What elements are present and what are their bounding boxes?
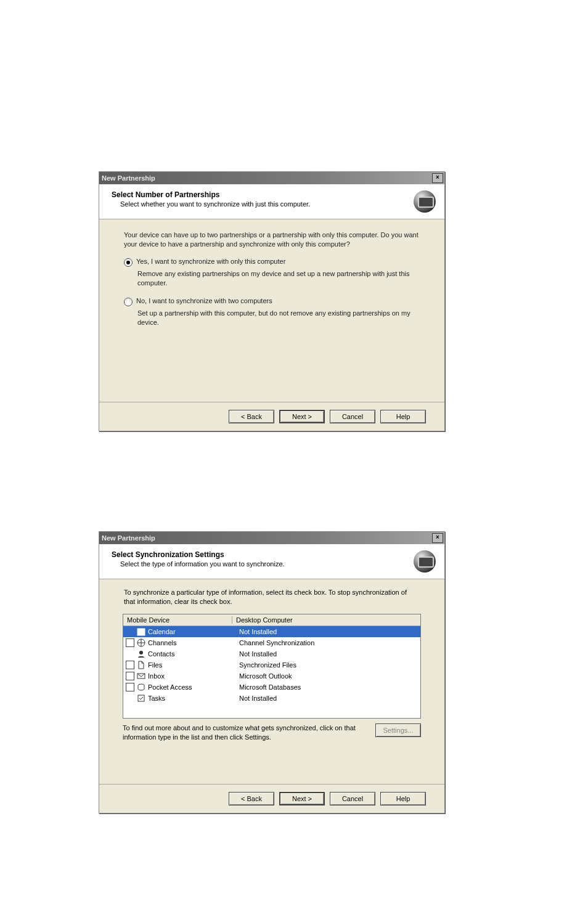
option-sync-two[interactable]: No, I want to synchronize with two compu…: [124, 297, 420, 306]
checkbox[interactable]: [126, 638, 134, 647]
dialog-body: Your device can have up to two partnersh…: [99, 219, 444, 343]
partnership-number-dialog: New Partnership × Select Number of Partn…: [99, 171, 445, 431]
files-icon: [137, 661, 145, 669]
titlebar: New Partnership ×: [99, 172, 444, 184]
pocket-access-icon: [137, 683, 145, 691]
option-sync-one-label: Yes, I want to synchronize with only thi…: [136, 258, 285, 265]
cancel-button[interactable]: Cancel: [330, 410, 375, 423]
close-icon[interactable]: ×: [432, 173, 443, 183]
button-bar: < Back Next > Cancel Help: [99, 784, 444, 805]
window-title: New Partnership: [102, 534, 432, 542]
item-desktop: Synchronized Files: [237, 661, 420, 669]
list-item[interactable]: TasksNot Installed: [123, 693, 420, 704]
item-name: Contacts: [148, 650, 237, 658]
item-desktop: Microsoft Databases: [237, 683, 420, 691]
activesync-icon: [414, 550, 436, 573]
item-desktop: Not Installed: [237, 650, 420, 658]
item-desktop: Not Installed: [237, 628, 420, 635]
contacts-icon: [137, 650, 145, 658]
item-desktop: Microsoft Outlook: [237, 672, 420, 680]
list-item[interactable]: CalendarNot Installed: [123, 626, 420, 637]
option-sync-two-desc: Set up a partnership with this computer,…: [137, 309, 420, 327]
radio-icon: [124, 298, 133, 306]
activesync-icon: [414, 190, 436, 213]
next-button[interactable]: Next >: [279, 792, 325, 805]
list-item[interactable]: Pocket AccessMicrosoft Databases: [123, 682, 420, 693]
button-bar: < Back Next > Cancel Help: [99, 402, 444, 423]
item-name: Channels: [148, 639, 237, 646]
option-sync-one-desc: Remove any existing partnerships on my d…: [137, 269, 420, 288]
col-desktop-computer[interactable]: Desktop Computer: [232, 616, 420, 624]
item-name: Files: [148, 661, 237, 669]
svg-rect-6: [138, 695, 144, 701]
cancel-button[interactable]: Cancel: [330, 792, 375, 805]
item-name: Inbox: [148, 672, 237, 680]
titlebar: New Partnership ×: [99, 532, 444, 544]
instruction-text: To synchronize a particular type of info…: [99, 579, 444, 611]
back-button[interactable]: < Back: [229, 792, 274, 805]
intro-text: Your device can have up to two partnersh…: [124, 230, 420, 249]
list-item[interactable]: ContactsNot Installed: [123, 648, 420, 659]
list-footer: To find out more about and to customize …: [123, 724, 421, 742]
tasks-icon: [137, 694, 145, 703]
checkbox[interactable]: [126, 661, 134, 669]
radio-icon: [124, 258, 133, 267]
next-button[interactable]: Next >: [279, 410, 325, 423]
close-icon[interactable]: ×: [432, 533, 443, 543]
footer-text: To find out more about and to customize …: [123, 724, 369, 742]
list-header: Mobile Device Desktop Computer: [123, 614, 420, 626]
svg-point-3: [139, 651, 143, 654]
list-item[interactable]: ChannelsChannel Synchronization: [123, 637, 420, 648]
checkbox[interactable]: [126, 672, 134, 680]
settings-button[interactable]: Settings...: [375, 724, 421, 737]
page-subtitle: Select whether you want to synchronize w…: [112, 200, 409, 208]
help-button[interactable]: Help: [380, 410, 426, 423]
back-button[interactable]: < Back: [229, 410, 274, 423]
page-subtitle: Select the type of information you want …: [112, 560, 409, 568]
item-name: Tasks: [148, 695, 237, 702]
sync-list: Mobile Device Desktop Computer CalendarN…: [123, 614, 421, 719]
list-item[interactable]: FilesSynchronized Files: [123, 659, 420, 671]
option-sync-two-label: No, I want to synchronize with two compu…: [136, 297, 272, 304]
item-name: Pocket Access: [148, 683, 237, 691]
calendar-icon: [137, 627, 145, 636]
dialog-header: Select Synchronization Settings Select t…: [99, 544, 444, 579]
checkbox[interactable]: [126, 683, 134, 691]
option-sync-one[interactable]: Yes, I want to synchronize with only thi…: [124, 258, 420, 267]
list-item[interactable]: InboxMicrosoft Outlook: [123, 671, 420, 682]
item-desktop: Not Installed: [237, 695, 420, 702]
channels-icon: [137, 638, 145, 647]
dialog-header: Select Number of Partnerships Select whe…: [99, 184, 444, 219]
sync-settings-dialog: New Partnership × Select Synchronization…: [99, 531, 445, 813]
list-body: CalendarNot InstalledChannelsChannel Syn…: [123, 626, 420, 718]
item-name: Calendar: [148, 628, 237, 635]
page-title: Select Number of Partnerships: [112, 190, 409, 199]
col-mobile-device[interactable]: Mobile Device: [123, 616, 232, 624]
item-desktop: Channel Synchronization: [237, 639, 420, 646]
help-button[interactable]: Help: [380, 792, 426, 805]
inbox-icon: [137, 672, 145, 680]
page-title: Select Synchronization Settings: [112, 550, 409, 559]
svg-rect-1: [137, 629, 145, 630]
window-title: New Partnership: [102, 174, 432, 182]
